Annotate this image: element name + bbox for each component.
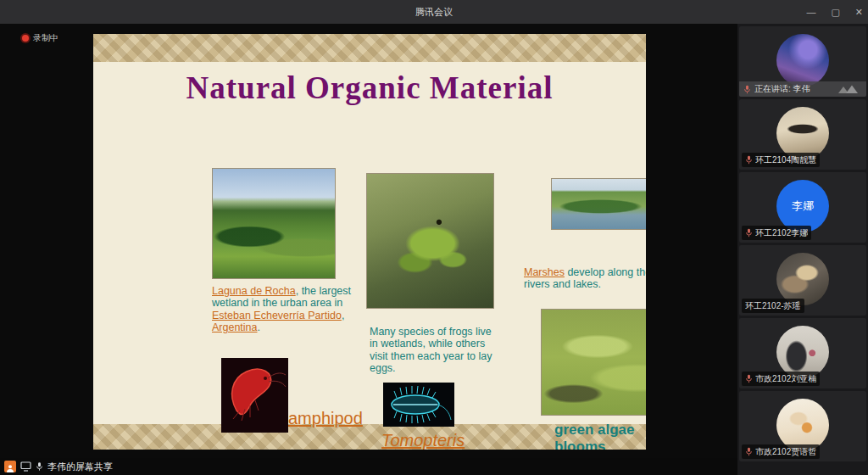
participant-name-pill: 市政2102刘亚楠 <box>742 372 820 386</box>
laguna-de-rocha-link[interactable]: Laguna de Rocha <box>212 285 296 297</box>
frog-photo <box>366 173 494 309</box>
recording-dot-icon <box>22 35 29 42</box>
mic-status-icon <box>36 461 43 472</box>
screen-share-area: 录制中 Natural Organic Material <box>0 24 737 475</box>
participant-name: 正在讲话: 李伟 <box>754 83 810 95</box>
participant-name: 市政2102刘亚楠 <box>755 373 816 385</box>
close-button[interactable]: ✕ <box>855 7 863 18</box>
amphipod-link[interactable]: amphipod <box>288 409 363 428</box>
argentina-link[interactable]: Argentina <box>212 321 258 333</box>
tencent-meeting-window: 腾讯会议 — ▢ ✕ 录制中 Natural Organic Material <box>0 0 868 475</box>
participant-name-pill: 环工2104陶靓慧 <box>742 153 820 167</box>
minimize-button[interactable]: — <box>806 7 815 17</box>
marshes-link[interactable]: Marshes <box>524 266 565 278</box>
participant-name: 环工2104陶靓慧 <box>755 154 816 166</box>
avatar <box>776 253 829 305</box>
speaker-name-bar: 正在讲话: 李伟 <box>739 81 866 97</box>
microphone-icon <box>743 85 751 94</box>
participant-tile-6[interactable]: 市政2102贾语哲 <box>739 391 866 461</box>
laguna-caption: Laguna de Rocha, the largest wetland in … <box>212 285 363 334</box>
maximize-button[interactable]: ▢ <box>831 7 839 18</box>
screen-share-icon <box>20 461 31 472</box>
algae-label: green algae blooms <box>554 422 646 450</box>
frog-caption: Many species of frogs live in wetlands, … <box>370 326 498 375</box>
avatar <box>776 34 829 87</box>
microphone-icon <box>745 155 753 165</box>
audio-waves-icon <box>833 84 862 94</box>
tomopteris-photo <box>383 383 454 427</box>
laguna-text-3: . <box>258 321 260 333</box>
participant-tile-4[interactable]: 环工2102-苏瑶 <box>739 245 866 316</box>
avatar <box>776 107 829 159</box>
recording-label: 录制中 <box>33 32 58 44</box>
participants-sidebar: 正在讲话: 李伟 环工2104陶靓慧 李娜 环工2102李娜 环工2102-苏瑶 <box>737 24 868 475</box>
microphone-icon <box>745 228 753 238</box>
esteban-echeverria-link[interactable]: Esteban Echeverría Partido <box>212 310 342 321</box>
algae-photo <box>541 309 646 416</box>
presenter-icon <box>4 461 16 472</box>
participant-name-pill: 环工2102-苏瑶 <box>742 299 804 313</box>
avatar <box>776 326 829 378</box>
recording-indicator: 录制中 <box>22 32 58 44</box>
presentation-slide: Natural Organic Material <box>93 34 646 450</box>
participant-name-pill: 环工2102李娜 <box>742 226 811 240</box>
microphone-icon <box>745 374 753 383</box>
participant-tile-5[interactable]: 市政2102刘亚楠 <box>739 318 866 388</box>
participant-name-pill: 市政2102贾语哲 <box>742 444 820 459</box>
marsh-caption: Marshes develop along the edges of river… <box>524 266 646 291</box>
tomopteris-link[interactable]: Tomopteris <box>381 431 458 450</box>
avatar: 李娜 <box>776 180 829 232</box>
marsh-photo <box>551 178 646 230</box>
laguna-text-2: , <box>342 310 344 321</box>
wetland-photo <box>212 168 336 279</box>
amphipod-photo <box>221 358 288 433</box>
participant-tile-lina[interactable]: 李娜 环工2102李娜 <box>739 172 866 243</box>
participant-name: 市政2102贾语哲 <box>755 446 816 458</box>
share-status-bar: 李伟的屏幕共享 <box>0 458 737 475</box>
window-controls: — ▢ ✕ <box>806 0 863 24</box>
participant-tile-2[interactable]: 环工2104陶靓慧 <box>739 99 866 170</box>
microphone-icon <box>745 447 753 456</box>
window-titlebar: 腾讯会议 — ▢ ✕ <box>0 0 868 24</box>
slide-border-pattern-top <box>93 34 646 62</box>
avatar <box>776 399 829 451</box>
participant-name: 环工2102-苏瑶 <box>745 300 801 312</box>
share-status-label: 李伟的屏幕共享 <box>47 461 113 473</box>
avatar-initials: 李娜 <box>792 198 814 214</box>
window-title: 腾讯会议 <box>415 6 453 19</box>
slide-title: Natural Organic Material <box>93 70 646 106</box>
participant-name: 环工2102李娜 <box>755 227 808 239</box>
participant-tile-liwei[interactable]: 正在讲话: 李伟 <box>739 26 866 97</box>
